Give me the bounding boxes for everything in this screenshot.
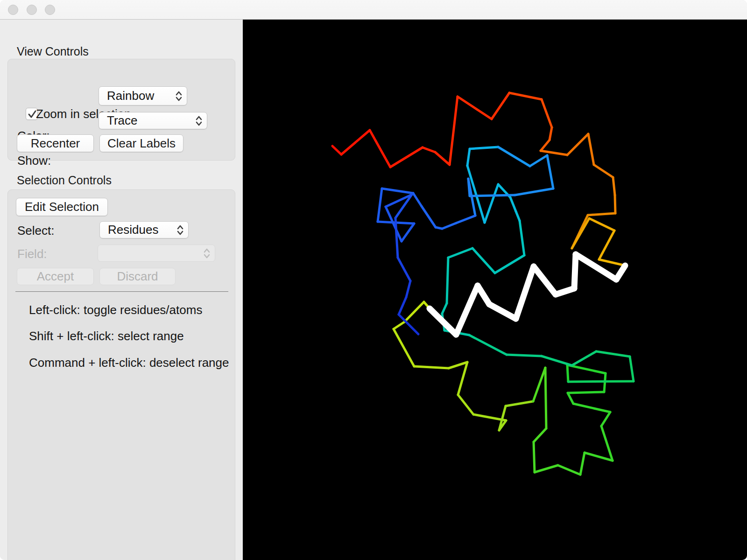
trace-segment-spring-green[interactable] xyxy=(630,357,634,381)
trace-segment-red[interactable] xyxy=(370,130,390,167)
trace-segment-azure[interactable] xyxy=(498,147,530,166)
trace-segment-green[interactable] xyxy=(604,373,606,392)
trace-segment-green[interactable] xyxy=(601,426,613,461)
trace-segment-green[interactable] xyxy=(573,404,610,412)
trace-segment-green[interactable] xyxy=(545,368,546,428)
trace-segment-teal[interactable] xyxy=(520,221,524,255)
trace-segment-cyan[interactable] xyxy=(485,184,498,223)
trace-segment-blue[interactable] xyxy=(395,218,398,258)
trace-segment-blue[interactable] xyxy=(399,297,406,315)
trace-segment-chartreuse[interactable] xyxy=(458,395,473,414)
molecule-viewport[interactable] xyxy=(243,20,747,560)
trace-segment-royal-blue[interactable] xyxy=(456,216,475,223)
trace-segment-teal[interactable] xyxy=(447,258,448,303)
trace-segment-teal[interactable] xyxy=(495,255,524,273)
zoom-window-button[interactable] xyxy=(45,5,55,15)
trace-segment-royal-blue[interactable] xyxy=(402,224,414,241)
trace-segment-orange[interactable] xyxy=(594,165,613,177)
trace-segment-cyan[interactable] xyxy=(470,147,498,149)
trace-segment-azure[interactable] xyxy=(515,189,553,195)
trace-segment-red[interactable] xyxy=(341,130,370,154)
trace-segment-orange[interactable] xyxy=(615,195,615,213)
minimize-button[interactable] xyxy=(27,5,37,15)
trace-segment-selection-white[interactable] xyxy=(456,286,478,335)
edit-selection-button[interactable]: Edit Selection xyxy=(16,198,108,216)
trace-segment-red[interactable] xyxy=(332,146,341,154)
trace-segment-spring-green[interactable] xyxy=(542,356,572,365)
trace-segment-orange[interactable] xyxy=(541,151,567,155)
trace-segment-orange[interactable] xyxy=(567,134,588,155)
trace-segment-red[interactable] xyxy=(458,97,492,119)
trace-segment-green[interactable] xyxy=(535,465,558,472)
trace-segment-red[interactable] xyxy=(492,93,509,119)
trace-segment-teal[interactable] xyxy=(442,303,447,314)
trace-segment-royal-blue[interactable] xyxy=(382,189,413,193)
trace-segment-royal-blue[interactable] xyxy=(422,206,436,227)
trace-segment-red-orange[interactable] xyxy=(541,140,550,151)
trace-segment-azure[interactable] xyxy=(547,155,553,189)
trace-segment-spring-green[interactable] xyxy=(469,335,507,355)
trace-segment-red[interactable] xyxy=(450,97,458,165)
field-dropdown[interactable] xyxy=(98,245,215,262)
trace-segment-cyan[interactable] xyxy=(516,211,520,221)
close-button[interactable] xyxy=(8,5,18,15)
trace-segment-orange[interactable] xyxy=(588,134,594,165)
trace-segment-chartreuse[interactable] xyxy=(394,329,414,366)
show-dropdown[interactable]: Trace xyxy=(99,112,207,129)
trace-segment-royal-blue[interactable] xyxy=(442,223,456,229)
trace-segment-teal[interactable] xyxy=(472,248,495,273)
trace-segment-chartreuse[interactable] xyxy=(449,362,467,368)
trace-segment-selection-white[interactable] xyxy=(489,304,516,319)
trace-segment-spring-green[interactable] xyxy=(572,351,596,365)
trace-segment-chartreuse[interactable] xyxy=(506,401,533,406)
trace-segment-chartreuse[interactable] xyxy=(414,366,449,368)
trace-segment-gold[interactable] xyxy=(599,231,614,259)
trace-segment-green[interactable] xyxy=(568,392,604,393)
trace-segment-red-orange[interactable] xyxy=(542,99,552,127)
trace-segment-selection-white[interactable] xyxy=(516,266,534,319)
trace-segment-chartreuse[interactable] xyxy=(404,302,424,322)
trace-segment-green[interactable] xyxy=(568,393,573,404)
trace-segment-green[interactable] xyxy=(585,453,613,461)
trace-segment-cyan[interactable] xyxy=(510,197,516,211)
trace-segment-azure[interactable] xyxy=(470,195,515,196)
trace-segment-green[interactable] xyxy=(567,365,606,373)
recenter-button[interactable]: Recenter xyxy=(17,134,94,152)
trace-segment-green[interactable] xyxy=(580,453,585,475)
trace-segment-selection-white[interactable] xyxy=(576,254,616,280)
trace-segment-cyan[interactable] xyxy=(467,149,470,166)
trace-segment-green[interactable] xyxy=(534,442,535,472)
trace-segment-blue[interactable] xyxy=(398,258,410,281)
trace-segment-green[interactable] xyxy=(533,368,545,401)
trace-segment-orange[interactable] xyxy=(613,177,615,195)
select-dropdown[interactable]: Residues xyxy=(99,221,189,238)
trace-segment-red-orange[interactable] xyxy=(509,93,542,99)
color-dropdown[interactable]: Rainbow xyxy=(99,86,187,105)
trace-segment-spring-green[interactable] xyxy=(507,355,542,356)
trace-segment-chartreuse[interactable] xyxy=(458,362,467,395)
trace-segment-blue[interactable] xyxy=(406,281,410,297)
trace-segment-green[interactable] xyxy=(534,428,546,442)
accept-button[interactable]: Accept xyxy=(17,268,94,285)
title-bar[interactable] xyxy=(0,0,747,20)
molecule-trace[interactable] xyxy=(243,20,747,560)
trace-segment-spring-green[interactable] xyxy=(568,381,634,382)
trace-segment-royal-blue[interactable] xyxy=(378,189,382,222)
trace-segment-teal[interactable] xyxy=(448,248,472,258)
trace-segment-red[interactable] xyxy=(390,147,423,167)
trace-segment-gold[interactable] xyxy=(599,259,625,266)
trace-segment-chartreuse[interactable] xyxy=(394,322,404,329)
trace-segment-green[interactable] xyxy=(558,465,580,475)
discard-button[interactable]: Discard xyxy=(99,268,176,285)
trace-segment-red[interactable] xyxy=(435,152,450,165)
trace-segment-gold[interactable] xyxy=(589,218,614,231)
trace-segment-selection-white[interactable] xyxy=(574,254,576,288)
trace-segment-red-orange[interactable] xyxy=(550,127,552,140)
trace-segment-green[interactable] xyxy=(567,365,568,382)
trace-segment-orange[interactable] xyxy=(588,213,615,215)
clear-labels-button[interactable]: Clear Labels xyxy=(99,134,183,152)
trace-segment-gold[interactable] xyxy=(572,218,589,248)
trace-segment-green[interactable] xyxy=(601,412,610,426)
trace-segment-royal-blue[interactable] xyxy=(413,193,422,206)
trace-segment-selection-white[interactable] xyxy=(534,266,556,294)
